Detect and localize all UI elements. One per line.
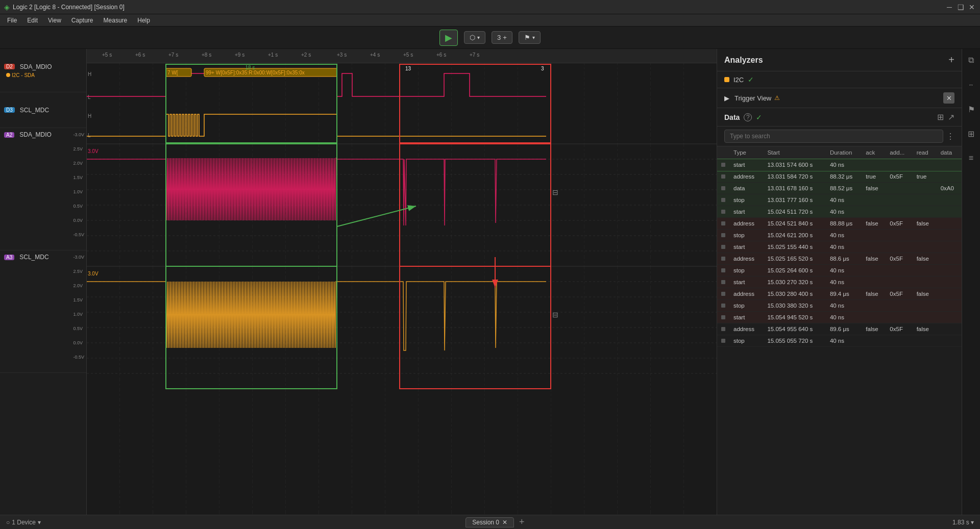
menu-capture[interactable]: Capture [66,16,99,25]
cell-duration: 88.32 μs [826,171,862,183]
cell-start: 15.055 055 720 s [763,335,825,347]
marker-icon[interactable]: ⚑ [964,102,978,116]
right-panel: Analyzers + I2C ✓ ▶ Trigger View ⚠ ✕ Dat… [717,49,962,515]
cell-addr: 0x5F [886,218,912,230]
cell-ack [862,312,886,323]
channel-badge-d3: D3 [4,107,15,113]
titlebar-controls[interactable]: ─ ❑ ✕ [945,3,976,11]
row-marker-cell [717,276,729,288]
cell-type: start [729,241,763,253]
minimize-button[interactable]: ─ [945,3,953,11]
svg-text:3.0V: 3.0V [88,148,99,154]
layers-icon[interactable]: ⧉ [964,53,978,67]
cell-data [937,288,962,300]
cell-type: stop [729,300,763,312]
cell-type: stop [729,335,763,347]
cell-type: address [729,171,763,183]
row-marker-cell [717,183,729,194]
tl-label-12: +7 s [470,52,479,58]
resize-handle-a2[interactable]: ⊟ [552,188,558,196]
search-input[interactable] [724,130,943,143]
tl-label-11: +6 s [436,52,446,58]
svg-text:H: H [88,113,91,119]
waveforms: H L 7 W[ 99+ W[0x5F]:0x35:R:0x00:W[0x5F]… [87,63,717,515]
col-read[interactable]: read [913,146,937,159]
device-label: 1 Device [12,519,36,526]
maximize-button[interactable]: ❑ [957,3,965,11]
signal-name-a3: SCL_MDC [19,254,48,261]
menu-measure[interactable]: Measure [99,16,133,25]
i2c-status-icon: ✓ [748,75,754,84]
trigger-button[interactable]: ⚑ ▾ [519,31,541,44]
a3-label-20: 2.0V [73,283,84,288]
cell-addr: 0x5F [886,323,912,335]
cell-data [937,241,962,253]
data-results-table: Type Start Duration ack add... read data… [717,146,962,347]
tl-label-8: +3 s [337,52,347,58]
help-icon[interactable]: ? [744,113,752,121]
table-view-icon[interactable]: ⊞ [937,112,944,122]
row-marker-cell [717,241,729,253]
titlebar-left: ◈ Logic 2 [Logic 8 - Connected] [Session… [4,3,125,11]
a2-label-10: 1.0V [73,189,84,194]
cell-duration: 40 ns [826,312,862,323]
cell-type: start [729,159,763,171]
play-button[interactable]: ▶ [439,30,458,46]
session-tab[interactable]: Session 0 ✕ [465,517,514,527]
capture-icon: ⬡ [470,34,475,41]
menu-edit[interactable]: Edit [22,16,43,25]
col-type[interactable]: Type [729,146,763,159]
table-row: address 15.030 280 400 s 89.4 μs false 0… [717,288,962,300]
signal-sub-d2: I2C - SDA [6,72,35,78]
row-marker-cell [717,159,729,171]
col-duration[interactable]: Duration [826,146,862,159]
cell-start: 15.030 380 320 s [763,300,825,312]
cell-type: start [729,276,763,288]
measure-icon[interactable]: ↔ [964,78,978,92]
i2c-dot [6,73,10,77]
capture-button[interactable]: ⬡ ▾ [464,31,485,44]
cell-read [913,276,937,288]
cell-duration: 40 ns [826,194,862,206]
menu-file[interactable]: File [2,16,22,25]
cell-data [937,276,962,288]
menubar: File Edit View Capture Measure Help [0,14,980,27]
cell-data: 0xA0 [937,183,962,194]
table-row: stop 15.025 264 600 s 40 ns [717,265,962,276]
cell-ack: false [862,323,886,335]
cell-ack: true [862,171,886,183]
col-data[interactable]: data [937,146,962,159]
search-more-icon[interactable]: ⋮ [946,132,954,141]
cell-type: address [729,323,763,335]
cell-ack: false [862,218,886,230]
cell-read [913,312,937,323]
export-icon[interactable]: ↗ [948,112,954,122]
cell-data [937,218,962,230]
session-close-icon[interactable]: ✕ [502,519,507,526]
menu-view[interactable]: View [43,16,66,25]
resize-handle-a3[interactable]: ⊟ [552,311,558,319]
close-button[interactable]: ✕ [968,3,976,11]
table-row: start 13.031 574 600 s 40 ns [717,159,962,171]
add-channel-button[interactable]: 3 + [492,31,512,44]
grid-icon[interactable]: ⊞ [964,127,978,141]
add-analyzer-button[interactable]: + [948,54,954,66]
add-session-button[interactable]: + [516,517,528,527]
device-info[interactable]: ○ 1 Device ▾ [6,519,41,526]
row-marker-cell [717,171,729,183]
cell-ack [862,230,886,241]
col-start[interactable]: Start [763,146,825,159]
tl-label-5: +9 s [235,52,244,58]
trigger-view-close-button[interactable]: ✕ [943,92,954,104]
expand-icon[interactable]: ▶ [724,94,729,102]
col-addr[interactable]: add... [886,146,912,159]
list-icon[interactable]: ≡ [964,151,978,165]
menu-help[interactable]: Help [132,16,155,25]
app-icon: ◈ [4,3,10,11]
svg-text:13: 13 [405,66,411,71]
col-ack[interactable]: ack [862,146,886,159]
cell-ack [862,206,886,218]
data-table[interactable]: Type Start Duration ack add... read data… [717,146,962,515]
tl-label-4: +8 s [202,52,211,58]
row-marker-cell [717,300,729,312]
